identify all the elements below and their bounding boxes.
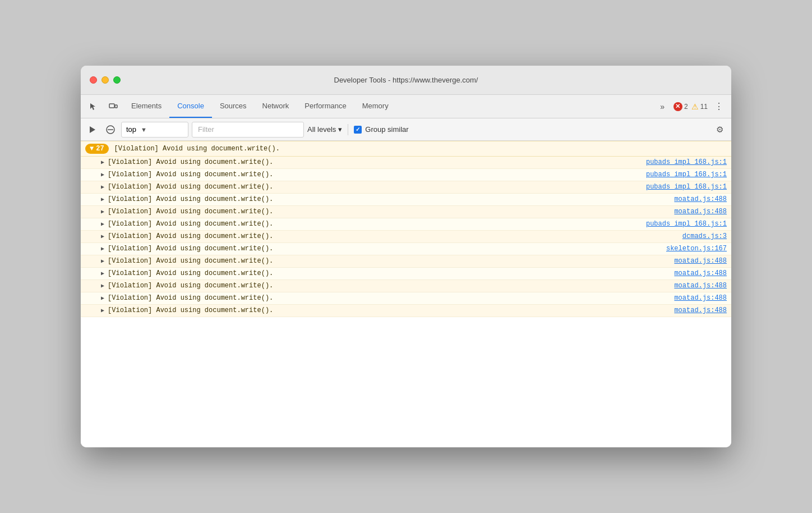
- console-row: ▶[Violation] Avoid using document.write(…: [81, 218, 731, 231]
- badge-arrow: ▼: [90, 145, 94, 153]
- device-toggle-button[interactable]: [103, 95, 123, 118]
- console-row: ▶[Violation] Avoid using document.write(…: [81, 169, 731, 181]
- row-source[interactable]: pubads_impl_168.js:1: [646, 158, 727, 166]
- maximize-button[interactable]: [113, 76, 121, 84]
- row-expand-arrow[interactable]: ▶: [101, 270, 104, 277]
- console-row: ▶[Violation] Avoid using document.write(…: [81, 157, 731, 169]
- console-row: ▶[Violation] Avoid using document.write(…: [81, 243, 731, 255]
- traffic-lights: [90, 76, 121, 84]
- execute-icon: [89, 126, 96, 134]
- console-row: ▶[Violation] Avoid using document.write(…: [81, 268, 731, 280]
- tab-network[interactable]: Network: [255, 95, 297, 118]
- more-options-button[interactable]: ⋮: [711, 101, 727, 112]
- console-row: ▶[Violation] Avoid using document.write(…: [81, 305, 731, 317]
- minimize-button[interactable]: [101, 76, 109, 84]
- tab-console[interactable]: Console: [169, 95, 212, 118]
- console-rows-container: ▶[Violation] Avoid using document.write(…: [81, 157, 731, 317]
- row-message: [Violation] Avoid using document.write()…: [108, 269, 663, 277]
- level-selector[interactable]: All levels ▾: [307, 125, 342, 134]
- settings-button[interactable]: ⚙: [712, 122, 727, 137]
- console-toolbar: top ▼ All levels ▾ Group similar ⚙: [81, 118, 731, 141]
- violation-badge: ▼ 27: [85, 144, 109, 154]
- console-row: ▶[Violation] Avoid using document.write(…: [81, 206, 731, 218]
- device-icon: [109, 102, 118, 111]
- clear-icon: [106, 125, 115, 134]
- tab-elements[interactable]: Elements: [123, 95, 169, 118]
- error-count: 2: [684, 103, 688, 111]
- console-row: ▶[Violation] Avoid using document.write(…: [81, 292, 731, 305]
- cursor-icon: [89, 102, 98, 111]
- row-message: [Violation] Avoid using document.write()…: [108, 158, 635, 166]
- row-message: [Violation] Avoid using document.write()…: [108, 294, 663, 302]
- row-message: [Violation] Avoid using document.write()…: [108, 220, 635, 228]
- row-expand-arrow[interactable]: ▶: [101, 159, 104, 166]
- row-message: [Violation] Avoid using document.write()…: [108, 257, 663, 265]
- level-label: All levels: [307, 125, 336, 134]
- row-message: [Violation] Avoid using document.write()…: [108, 306, 663, 314]
- row-expand-arrow[interactable]: ▶: [101, 245, 104, 252]
- group-similar-option[interactable]: Group similar: [354, 125, 408, 134]
- row-source[interactable]: moatad.js:488: [674, 269, 727, 277]
- row-expand-arrow[interactable]: ▶: [101, 221, 104, 227]
- row-expand-arrow[interactable]: ▶: [101, 184, 104, 190]
- context-value: top: [126, 125, 136, 134]
- row-message: [Violation] Avoid using document.write()…: [108, 195, 663, 203]
- row-message: [Violation] Avoid using document.write()…: [108, 183, 635, 191]
- close-button[interactable]: [90, 76, 97, 84]
- more-tabs-button[interactable]: »: [654, 102, 670, 111]
- row-expand-arrow[interactable]: ▶: [101, 196, 104, 203]
- clear-console-button[interactable]: [103, 122, 118, 137]
- tab-performance[interactable]: Performance: [297, 95, 354, 118]
- row-expand-arrow[interactable]: ▶: [101, 295, 104, 301]
- row-message: [Violation] Avoid using document.write()…: [108, 232, 671, 240]
- toolbar-separator: [348, 124, 348, 135]
- console-row: ▶[Violation] Avoid using document.write(…: [81, 181, 731, 194]
- row-source[interactable]: moatad.js:488: [674, 257, 727, 265]
- row-message: [Violation] Avoid using document.write()…: [108, 208, 663, 216]
- row-source[interactable]: moatad.js:488: [674, 306, 727, 314]
- row-expand-arrow[interactable]: ▶: [101, 282, 104, 289]
- row-source[interactable]: moatad.js:488: [674, 294, 727, 302]
- row-expand-arrow[interactable]: ▶: [101, 233, 104, 240]
- row-message: [Violation] Avoid using document.write()…: [108, 245, 655, 253]
- tabs-right-section: » ✕ 2 ⚠ 11 ⋮: [654, 95, 731, 118]
- title-bar: Developer Tools - https://www.theverge.c…: [81, 66, 731, 95]
- window-title: Developer Tools - https://www.theverge.c…: [334, 76, 478, 84]
- row-source[interactable]: moatad.js:488: [674, 195, 727, 203]
- row-source[interactable]: pubads_impl_168.js:1: [646, 183, 727, 191]
- group-similar-label: Group similar: [365, 125, 408, 134]
- tabs-bar: Elements Console Sources Network Perform…: [81, 95, 731, 118]
- row-source[interactable]: dcmads.js:3: [682, 232, 727, 240]
- console-row: ▶[Violation] Avoid using document.write(…: [81, 255, 731, 268]
- badge-count: 27: [96, 145, 104, 153]
- row-expand-arrow[interactable]: ▶: [101, 171, 104, 178]
- console-group-header[interactable]: ▼ 27 [Violation] Avoid using document.wr…: [81, 141, 731, 157]
- console-output[interactable]: ▼ 27 [Violation] Avoid using document.wr…: [81, 141, 731, 447]
- context-selector[interactable]: top ▼: [121, 122, 188, 138]
- svg-rect-0: [109, 104, 114, 108]
- group-header-message: [Violation] Avoid using document.write()…: [114, 145, 280, 153]
- filter-input[interactable]: [192, 122, 304, 138]
- row-expand-arrow[interactable]: ▶: [101, 208, 104, 215]
- devtools-window: Developer Tools - https://www.theverge.c…: [81, 66, 731, 447]
- row-message: [Violation] Avoid using document.write()…: [108, 282, 663, 290]
- inspect-element-button[interactable]: [83, 95, 103, 118]
- row-message: [Violation] Avoid using document.write()…: [108, 171, 635, 178]
- warning-badge[interactable]: ⚠ 11: [691, 102, 708, 111]
- warning-count: 11: [700, 103, 708, 111]
- row-expand-arrow[interactable]: ▶: [101, 258, 104, 264]
- row-source[interactable]: skeleton.js:167: [666, 245, 727, 253]
- row-source[interactable]: pubads_impl_168.js:1: [646, 171, 727, 178]
- group-similar-checkbox[interactable]: [354, 126, 362, 134]
- execute-button[interactable]: [85, 122, 100, 137]
- svg-rect-1: [115, 105, 117, 108]
- row-source[interactable]: moatad.js:488: [674, 208, 727, 216]
- context-arrow: ▼: [141, 126, 147, 133]
- row-expand-arrow[interactable]: ▶: [101, 307, 104, 314]
- level-arrow: ▾: [338, 125, 342, 134]
- row-source[interactable]: pubads_impl_168.js:1: [646, 220, 727, 228]
- tab-sources[interactable]: Sources: [212, 95, 255, 118]
- tab-memory[interactable]: Memory: [354, 95, 396, 118]
- error-badge[interactable]: ✕ 2: [673, 102, 688, 111]
- row-source[interactable]: moatad.js:488: [674, 282, 727, 290]
